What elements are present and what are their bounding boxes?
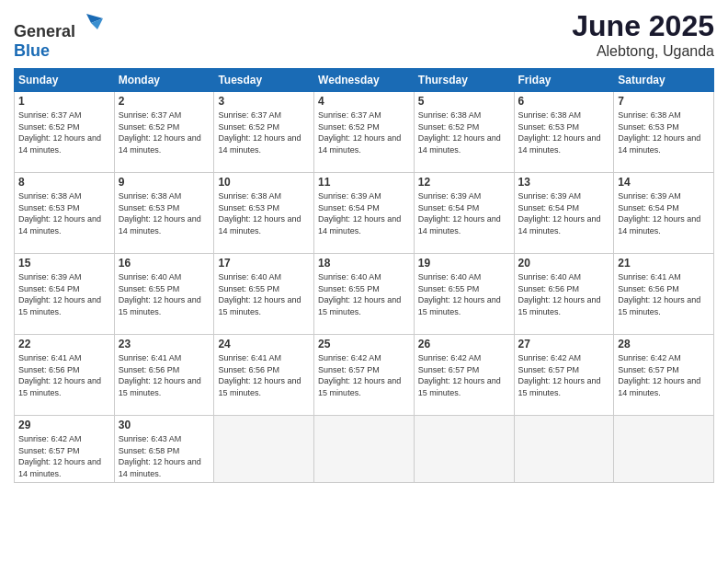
table-row: 26Sunrise: 6:42 AMSunset: 6:57 PMDayligh… xyxy=(414,335,514,416)
day-info: Sunrise: 6:42 AMSunset: 6:57 PMDaylight:… xyxy=(418,352,510,398)
day-info: Sunrise: 6:38 AMSunset: 6:53 PMDaylight:… xyxy=(618,109,710,155)
day-number: 19 xyxy=(418,257,510,270)
day-info: Sunrise: 6:39 AMSunset: 6:54 PMDaylight:… xyxy=(518,190,610,236)
table-row: 20Sunrise: 6:40 AMSunset: 6:56 PMDayligh… xyxy=(514,254,614,335)
table-row: 23Sunrise: 6:41 AMSunset: 6:56 PMDayligh… xyxy=(114,335,214,416)
col-sunday: Sunday xyxy=(15,69,115,92)
table-row: 21Sunrise: 6:41 AMSunset: 6:56 PMDayligh… xyxy=(614,254,714,335)
table-row: 29Sunrise: 6:42 AMSunset: 6:57 PMDayligh… xyxy=(15,416,115,483)
table-row: 30Sunrise: 6:43 AMSunset: 6:58 PMDayligh… xyxy=(114,416,214,483)
day-number: 10 xyxy=(218,176,310,189)
day-number: 28 xyxy=(618,338,710,350)
day-number: 13 xyxy=(518,176,610,189)
day-info: Sunrise: 6:40 AMSunset: 6:55 PMDaylight:… xyxy=(318,271,410,317)
calendar-table: Sunday Monday Tuesday Wednesday Thursday… xyxy=(14,68,714,483)
col-thursday: Thursday xyxy=(414,69,514,92)
day-info: Sunrise: 6:41 AMSunset: 6:56 PMDaylight:… xyxy=(218,352,310,398)
table-row: 24Sunrise: 6:41 AMSunset: 6:56 PMDayligh… xyxy=(214,335,314,416)
table-row: 3Sunrise: 6:37 AMSunset: 6:52 PMDaylight… xyxy=(214,92,314,173)
day-number: 11 xyxy=(318,176,410,189)
day-info: Sunrise: 6:41 AMSunset: 6:56 PMDaylight:… xyxy=(618,271,710,317)
day-info: Sunrise: 6:39 AMSunset: 6:54 PMDaylight:… xyxy=(318,190,410,236)
day-info: Sunrise: 6:38 AMSunset: 6:53 PMDaylight:… xyxy=(218,190,310,236)
day-info: Sunrise: 6:37 AMSunset: 6:52 PMDaylight:… xyxy=(119,109,210,155)
day-info: Sunrise: 6:40 AMSunset: 6:55 PMDaylight:… xyxy=(218,271,310,317)
day-info: Sunrise: 6:42 AMSunset: 6:57 PMDaylight:… xyxy=(318,352,410,398)
day-info: Sunrise: 6:38 AMSunset: 6:53 PMDaylight:… xyxy=(119,190,210,236)
table-row: 15Sunrise: 6:39 AMSunset: 6:54 PMDayligh… xyxy=(15,254,115,335)
table-row xyxy=(214,416,314,483)
day-info: Sunrise: 6:41 AMSunset: 6:56 PMDaylight:… xyxy=(18,352,110,398)
table-row xyxy=(614,416,714,483)
logo-blue: Blue xyxy=(14,41,50,60)
day-info: Sunrise: 6:37 AMSunset: 6:52 PMDaylight:… xyxy=(318,109,410,155)
day-number: 25 xyxy=(318,338,410,350)
day-number: 6 xyxy=(518,95,610,108)
day-number: 16 xyxy=(119,257,210,270)
table-row: 2Sunrise: 6:37 AMSunset: 6:52 PMDaylight… xyxy=(114,92,214,173)
day-number: 29 xyxy=(18,419,110,431)
day-number: 7 xyxy=(618,95,710,108)
day-info: Sunrise: 6:37 AMSunset: 6:52 PMDaylight:… xyxy=(18,109,110,155)
col-wednesday: Wednesday xyxy=(314,69,415,92)
month-title: June 2025 xyxy=(572,9,714,43)
title-block: June 2025 Alebtong, Uganda xyxy=(572,9,714,60)
logo: General Blue xyxy=(14,9,105,61)
day-number: 4 xyxy=(318,95,410,108)
table-row: 27Sunrise: 6:42 AMSunset: 6:57 PMDayligh… xyxy=(514,335,614,416)
day-info: Sunrise: 6:40 AMSunset: 6:55 PMDaylight:… xyxy=(119,271,210,317)
table-row: 25Sunrise: 6:42 AMSunset: 6:57 PMDayligh… xyxy=(314,335,415,416)
header: General Blue June 2025 Alebtong, Uganda xyxy=(14,9,714,61)
day-number: 21 xyxy=(618,257,710,270)
table-row: 9Sunrise: 6:38 AMSunset: 6:53 PMDaylight… xyxy=(114,173,214,254)
table-row: 17Sunrise: 6:40 AMSunset: 6:55 PMDayligh… xyxy=(214,254,314,335)
logo-bird-icon xyxy=(77,9,105,37)
day-number: 23 xyxy=(119,338,210,350)
day-info: Sunrise: 6:43 AMSunset: 6:58 PMDaylight:… xyxy=(119,433,210,479)
table-row: 18Sunrise: 6:40 AMSunset: 6:55 PMDayligh… xyxy=(314,254,415,335)
day-number: 14 xyxy=(618,176,710,189)
logo-text: General Blue xyxy=(14,9,105,61)
day-info: Sunrise: 6:38 AMSunset: 6:53 PMDaylight:… xyxy=(18,190,110,236)
table-row xyxy=(514,416,614,483)
day-number: 8 xyxy=(18,176,110,189)
table-row: 13Sunrise: 6:39 AMSunset: 6:54 PMDayligh… xyxy=(514,173,614,254)
col-saturday: Saturday xyxy=(614,69,714,92)
location-title: Alebtong, Uganda xyxy=(572,43,714,60)
table-row: 7Sunrise: 6:38 AMSunset: 6:53 PMDaylight… xyxy=(614,92,714,173)
day-info: Sunrise: 6:42 AMSunset: 6:57 PMDaylight:… xyxy=(518,352,610,398)
day-number: 18 xyxy=(318,257,410,270)
table-row: 14Sunrise: 6:39 AMSunset: 6:54 PMDayligh… xyxy=(614,173,714,254)
day-number: 12 xyxy=(418,176,510,189)
table-row: 4Sunrise: 6:37 AMSunset: 6:52 PMDaylight… xyxy=(314,92,415,173)
table-row: 8Sunrise: 6:38 AMSunset: 6:53 PMDaylight… xyxy=(15,173,115,254)
table-row: 12Sunrise: 6:39 AMSunset: 6:54 PMDayligh… xyxy=(414,173,514,254)
table-row: 6Sunrise: 6:38 AMSunset: 6:53 PMDaylight… xyxy=(514,92,614,173)
day-number: 15 xyxy=(18,257,110,270)
day-number: 3 xyxy=(218,95,310,108)
calendar-body: 1Sunrise: 6:37 AMSunset: 6:52 PMDaylight… xyxy=(15,92,714,483)
calendar-header-row: Sunday Monday Tuesday Wednesday Thursday… xyxy=(15,69,714,92)
table-row xyxy=(414,416,514,483)
day-number: 17 xyxy=(218,257,310,270)
day-info: Sunrise: 6:40 AMSunset: 6:56 PMDaylight:… xyxy=(518,271,610,317)
day-info: Sunrise: 6:41 AMSunset: 6:56 PMDaylight:… xyxy=(119,352,210,398)
day-number: 20 xyxy=(518,257,610,270)
day-number: 5 xyxy=(418,95,510,108)
table-row: 19Sunrise: 6:40 AMSunset: 6:55 PMDayligh… xyxy=(414,254,514,335)
day-info: Sunrise: 6:40 AMSunset: 6:55 PMDaylight:… xyxy=(418,271,510,317)
day-number: 27 xyxy=(518,338,610,350)
page: General Blue June 2025 Alebtong, Uganda … xyxy=(0,0,728,563)
table-row: 11Sunrise: 6:39 AMSunset: 6:54 PMDayligh… xyxy=(314,173,415,254)
day-number: 24 xyxy=(218,338,310,350)
table-row: 5Sunrise: 6:38 AMSunset: 6:52 PMDaylight… xyxy=(414,92,514,173)
day-info: Sunrise: 6:39 AMSunset: 6:54 PMDaylight:… xyxy=(618,190,710,236)
table-row: 28Sunrise: 6:42 AMSunset: 6:57 PMDayligh… xyxy=(614,335,714,416)
day-number: 2 xyxy=(119,95,210,108)
day-info: Sunrise: 6:42 AMSunset: 6:57 PMDaylight:… xyxy=(618,352,710,398)
day-info: Sunrise: 6:39 AMSunset: 6:54 PMDaylight:… xyxy=(18,271,110,317)
col-friday: Friday xyxy=(514,69,614,92)
day-number: 1 xyxy=(18,95,110,108)
day-info: Sunrise: 6:38 AMSunset: 6:52 PMDaylight:… xyxy=(418,109,510,155)
day-info: Sunrise: 6:37 AMSunset: 6:52 PMDaylight:… xyxy=(218,109,310,155)
